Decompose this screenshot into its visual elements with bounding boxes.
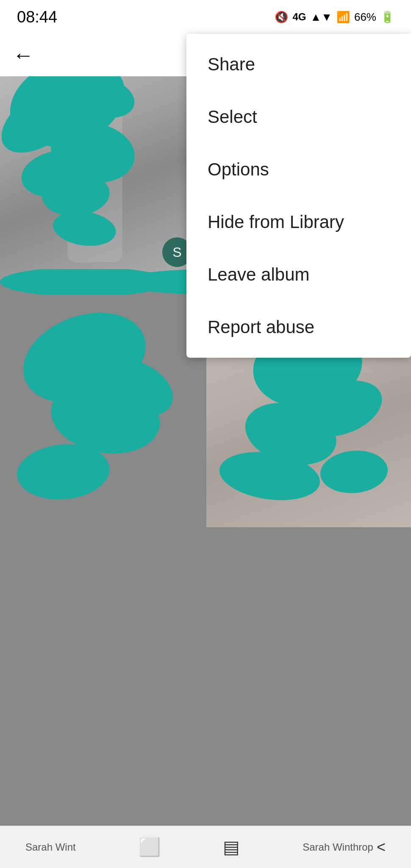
menu-item-share[interactable]: Share: [186, 38, 411, 91]
svg-point-3: [41, 171, 111, 219]
avatar-letter: S: [172, 245, 181, 260]
nav-right-label: Sarah Winthrop: [303, 841, 373, 853]
svg-point-20: [216, 446, 323, 506]
nav-left-label: Sarah Wint: [25, 841, 76, 853]
menu-item-leave-album[interactable]: Leave album: [186, 248, 411, 301]
back-button[interactable]: ←: [13, 43, 34, 67]
status-time: 08:44: [17, 8, 57, 26]
svg-point-16: [88, 348, 182, 427]
battery-label: 66%: [354, 11, 376, 24]
svg-point-21: [319, 448, 389, 496]
nav-home-button[interactable]: ⬜: [139, 837, 161, 857]
signal-icon: ▲▼: [310, 11, 332, 24]
status-bar: 08:44 🔇 4G ▲▼ 📶 66% 🔋: [0, 0, 411, 34]
menu-item-hide-from-library[interactable]: Hide from Library: [186, 196, 411, 248]
network-label: 4G: [292, 11, 306, 23]
svg-point-4: [0, 72, 95, 167]
svg-point-6: [18, 144, 101, 203]
svg-point-15: [15, 440, 112, 503]
menu-item-select[interactable]: Select: [186, 91, 411, 143]
bottom-nav: Sarah Wint ⬜ ▤ Sarah Winthrop <: [0, 826, 411, 868]
mute-icon: 🔇: [275, 11, 288, 24]
svg-point-2: [46, 116, 139, 189]
nav-right: Sarah Winthrop <: [303, 838, 386, 856]
nav-chevron[interactable]: <: [377, 838, 386, 856]
photo-3[interactable]: [0, 281, 205, 527]
menu-item-report-abuse[interactable]: Report abuse: [186, 301, 411, 353]
bars-icon: 📶: [336, 11, 350, 24]
menu-item-options[interactable]: Options: [186, 143, 411, 196]
status-icons: 🔇 4G ▲▼ 📶 66% 🔋: [275, 11, 394, 24]
svg-point-18: [238, 393, 343, 474]
svg-point-5: [72, 72, 139, 124]
battery-icon: 🔋: [380, 11, 394, 24]
svg-rect-0: [67, 60, 122, 262]
svg-point-13: [11, 297, 158, 419]
svg-point-14: [45, 372, 166, 462]
dropdown-menu: Share Select Options Hide from Library L…: [186, 34, 411, 358]
svg-point-7: [51, 207, 118, 250]
nav-recents-button[interactable]: ▤: [223, 837, 240, 857]
svg-point-19: [293, 370, 390, 447]
